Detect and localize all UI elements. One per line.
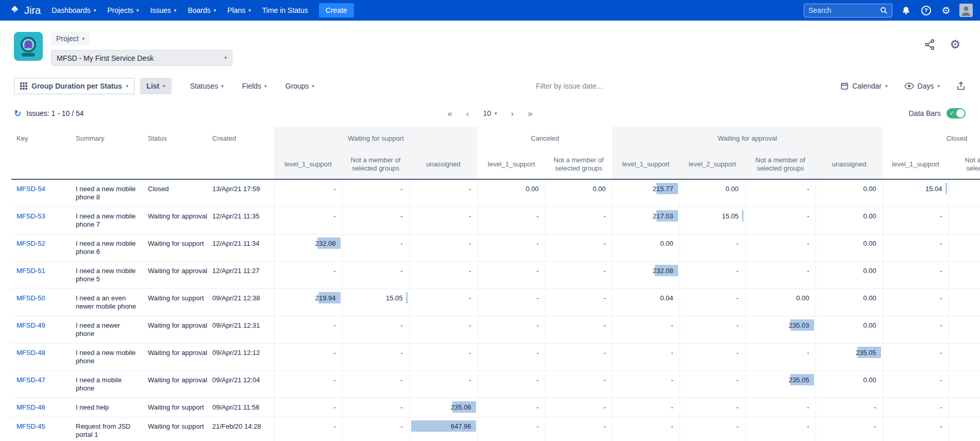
- duration-value: -: [940, 376, 942, 384]
- duration-cell: -: [545, 398, 612, 417]
- duration-cell: -: [545, 344, 612, 371]
- issue-key-link[interactable]: MFSD-47: [16, 376, 45, 384]
- duration-value: -: [807, 240, 809, 247]
- issue-key-cell: MFSD-51: [11, 262, 71, 289]
- duration-cell: -: [274, 344, 342, 371]
- issue-key-cell: MFSD-53: [11, 207, 71, 234]
- duration-cell: 0.00: [478, 179, 545, 207]
- issue-key-link[interactable]: MFSD-54: [16, 185, 45, 193]
- duration-value: 219.94: [315, 294, 336, 302]
- chevron-down-icon: ▾: [214, 8, 216, 13]
- duration-cell: -: [478, 344, 545, 371]
- duration-cell: -: [478, 207, 545, 234]
- view-mode-dropdown[interactable]: List ▾: [140, 78, 171, 94]
- duration-value: -: [874, 422, 876, 430]
- previous-page-button[interactable]: ‹: [466, 109, 469, 118]
- fields-dropdown[interactable]: Fields ▾: [242, 82, 267, 90]
- duration-cell: -: [816, 398, 883, 417]
- duration-value: 0.00: [863, 185, 876, 193]
- nav-item-boards[interactable]: Boards▾: [182, 0, 222, 21]
- issue-status: Closed: [143, 179, 207, 207]
- help-button[interactable]: ?: [919, 4, 933, 17]
- duration-value: -: [400, 240, 402, 247]
- duration-value: 647.96: [451, 422, 471, 430]
- issue-key-link[interactable]: MFSD-52: [16, 240, 45, 247]
- duration-cell: -: [409, 289, 478, 316]
- issue-row: MFSD-51I need a new mobile phone 5Waitin…: [11, 262, 980, 289]
- duration-cell: -: [883, 289, 949, 316]
- nav-item-issues[interactable]: Issues▾: [144, 0, 182, 21]
- groups-dropdown[interactable]: Groups ▾: [285, 82, 314, 90]
- duration-value: -: [736, 267, 738, 275]
- column-header-key[interactable]: Key: [11, 127, 71, 179]
- next-page-button[interactable]: ›: [511, 109, 514, 118]
- profile-button[interactable]: [959, 4, 973, 17]
- group-column-header: unassigned: [816, 149, 883, 179]
- duration-cell: 0.00: [816, 207, 883, 234]
- duration-value: -: [400, 376, 402, 384]
- last-page-button[interactable]: »: [528, 109, 532, 118]
- report-type-dropdown[interactable]: Group Duration per Status ▾: [14, 78, 134, 94]
- data-bars-toggle[interactable]: ✓: [947, 108, 966, 118]
- share-button[interactable]: [924, 39, 936, 50]
- statuses-dropdown[interactable]: Statuses ▾: [190, 82, 224, 90]
- issue-key-link[interactable]: MFSD-45: [16, 422, 45, 430]
- issue-key-link[interactable]: MFSD-51: [16, 267, 45, 275]
- duration-cell: -: [745, 344, 816, 371]
- issue-summary: Request from JSD portal 1: [71, 417, 143, 441]
- data-bars-control: Data Bars ✓: [909, 108, 966, 118]
- table-header: KeySummaryStatusCreatedWaiting for suppo…: [11, 127, 980, 179]
- nav-item-projects[interactable]: Projects▾: [102, 0, 144, 21]
- project-avatar[interactable]: [14, 32, 43, 61]
- issue-key-link[interactable]: MFSD-49: [16, 321, 45, 329]
- duration-cell: 232.08: [612, 262, 680, 289]
- nav-item-plans[interactable]: Plans▾: [222, 0, 257, 21]
- duration-value: -: [536, 321, 538, 329]
- issue-key-link[interactable]: MFSD-50: [16, 294, 45, 302]
- first-page-button[interactable]: «: [447, 109, 452, 118]
- scope-dropdown[interactable]: Project ▾: [51, 32, 90, 45]
- issue-created: 09/Apr/21 12:04: [207, 371, 274, 398]
- duration-cell: -: [545, 316, 612, 344]
- scope-dropdown-label: Project: [56, 35, 79, 43]
- issue-row: MFSD-49I need a newer phoneWaiting for a…: [11, 316, 980, 344]
- export-button[interactable]: [956, 81, 966, 91]
- issue-key-link[interactable]: MFSD-48: [16, 349, 45, 357]
- column-header-status[interactable]: Status: [143, 127, 207, 179]
- nav-item-dashboards[interactable]: Dashboards▾: [46, 0, 102, 21]
- column-header-summary[interactable]: Summary: [71, 127, 143, 179]
- create-button[interactable]: Create: [319, 3, 354, 18]
- issue-date-filter[interactable]: Filter by issue date...: [314, 82, 824, 90]
- duration-value: -: [333, 376, 335, 384]
- nav-item-label: Dashboards: [52, 6, 91, 14]
- group-column-header: level_1_support: [612, 149, 680, 179]
- notifications-button[interactable]: [899, 4, 913, 17]
- issue-row: MFSD-46I need helpWaiting for support09/…: [11, 398, 980, 417]
- group-column-header: level_1_support: [478, 149, 545, 179]
- issue-key-link[interactable]: MFSD-46: [16, 403, 45, 411]
- settings-button[interactable]: ⚙: [939, 4, 953, 17]
- duration-cell: -: [545, 207, 612, 234]
- nav-item-label: Time in Status: [262, 6, 308, 14]
- column-header-created[interactable]: Created: [207, 127, 274, 179]
- chevron-down-icon: ▾: [224, 56, 227, 60]
- calendar-dropdown[interactable]: Calendar ▾: [840, 82, 887, 90]
- duration-value: -: [736, 240, 738, 247]
- duration-cell: -: [816, 417, 883, 441]
- duration-value: -: [603, 212, 605, 220]
- issue-created: 12/Apr/21 11:27: [207, 262, 274, 289]
- nav-item-time-in-status[interactable]: Time in Status: [257, 0, 314, 21]
- search-input[interactable]: [808, 6, 880, 14]
- issue-summary: I need a new mobile phone 5: [71, 262, 143, 289]
- report-settings-button[interactable]: ⚙: [950, 39, 960, 50]
- data-bars-label: Data Bars: [909, 109, 941, 117]
- duration-cell: [949, 316, 980, 344]
- issue-key-link[interactable]: MFSD-53: [16, 212, 45, 220]
- jira-logo[interactable]: Jira: [9, 5, 41, 16]
- duration-value: -: [333, 349, 335, 357]
- refresh-icon[interactable]: ↻: [14, 109, 21, 118]
- page-size-dropdown[interactable]: 10 ▾: [483, 109, 497, 117]
- project-select[interactable]: MFSD - My First Service Desk ▾: [51, 50, 232, 66]
- time-unit-dropdown[interactable]: Days ▾: [904, 82, 940, 90]
- search-icon[interactable]: [880, 7, 888, 14]
